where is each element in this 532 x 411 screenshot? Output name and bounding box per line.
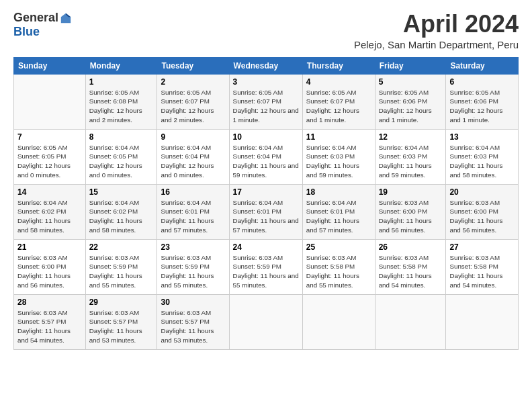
day-number: 22 <box>89 242 154 252</box>
main-title: April 2024 <box>354 11 519 38</box>
calendar-cell: 13Sunrise: 6:04 AM Sunset: 6:03 PM Dayli… <box>446 129 519 184</box>
calendar-cell: 20Sunrise: 6:03 AM Sunset: 6:00 PM Dayli… <box>446 184 519 239</box>
day-number: 30 <box>161 298 225 307</box>
day-detail: Sunrise: 6:04 AM Sunset: 6:01 PM Dayligh… <box>233 198 299 235</box>
calendar-cell: 4Sunrise: 6:05 AM Sunset: 6:07 PM Daylig… <box>302 74 375 129</box>
day-detail: Sunrise: 6:05 AM Sunset: 6:06 PM Dayligh… <box>449 88 515 125</box>
calendar-cell <box>229 294 302 349</box>
day-number: 23 <box>161 242 225 252</box>
calendar-cell: 27Sunrise: 6:03 AM Sunset: 5:58 PM Dayli… <box>446 239 519 294</box>
svg-marker-0 <box>61 13 71 22</box>
logo-blue-text: Blue <box>13 25 40 39</box>
day-detail: Sunrise: 6:04 AM Sunset: 6:01 PM Dayligh… <box>161 198 225 235</box>
day-number: 28 <box>17 298 82 307</box>
day-detail: Sunrise: 6:03 AM Sunset: 5:57 PM Dayligh… <box>89 308 154 345</box>
day-detail: Sunrise: 6:03 AM Sunset: 6:00 PM Dayligh… <box>379 198 443 235</box>
day-detail: Sunrise: 6:04 AM Sunset: 6:02 PM Dayligh… <box>89 198 154 235</box>
calendar-cell: 23Sunrise: 6:03 AM Sunset: 5:59 PM Dayli… <box>157 239 229 294</box>
day-detail: Sunrise: 6:04 AM Sunset: 6:03 PM Dayligh… <box>449 143 515 180</box>
title-block: April 2024 Pelejo, San Martin Department… <box>354 11 519 50</box>
day-detail: Sunrise: 6:03 AM Sunset: 5:58 PM Dayligh… <box>379 253 443 290</box>
day-number: 20 <box>449 187 515 197</box>
day-number: 18 <box>306 187 371 197</box>
day-detail: Sunrise: 6:03 AM Sunset: 5:58 PM Dayligh… <box>306 253 371 290</box>
calendar-cell: 21Sunrise: 6:03 AM Sunset: 6:00 PM Dayli… <box>14 239 86 294</box>
day-number: 17 <box>233 187 299 197</box>
day-header-monday: Monday <box>85 57 157 74</box>
day-header-wednesday: Wednesday <box>229 57 302 74</box>
day-number: 7 <box>17 132 82 142</box>
calendar-cell: 24Sunrise: 6:03 AM Sunset: 5:59 PM Dayli… <box>229 239 302 294</box>
calendar-cell: 25Sunrise: 6:03 AM Sunset: 5:58 PM Dayli… <box>302 239 375 294</box>
day-detail: Sunrise: 6:03 AM Sunset: 6:00 PM Dayligh… <box>449 198 515 235</box>
day-detail: Sunrise: 6:03 AM Sunset: 5:59 PM Dayligh… <box>161 253 225 290</box>
calendar-cell <box>446 294 519 349</box>
day-header-thursday: Thursday <box>302 57 375 74</box>
day-number: 10 <box>233 132 299 142</box>
day-detail: Sunrise: 6:03 AM Sunset: 6:00 PM Dayligh… <box>17 253 82 290</box>
day-detail: Sunrise: 6:03 AM Sunset: 5:59 PM Dayligh… <box>233 253 299 290</box>
calendar-cell: 3Sunrise: 6:05 AM Sunset: 6:07 PM Daylig… <box>229 74 302 129</box>
day-number: 11 <box>306 132 371 142</box>
calendar-cell <box>14 74 86 129</box>
day-number: 12 <box>379 132 443 142</box>
day-header-friday: Friday <box>375 57 446 74</box>
calendar-cell: 19Sunrise: 6:03 AM Sunset: 6:00 PM Dayli… <box>375 184 446 239</box>
calendar-cell: 16Sunrise: 6:04 AM Sunset: 6:01 PM Dayli… <box>157 184 229 239</box>
calendar-cell: 12Sunrise: 6:04 AM Sunset: 6:03 PM Dayli… <box>375 129 446 184</box>
week-row-5: 28Sunrise: 6:03 AM Sunset: 5:57 PM Dayli… <box>14 294 519 349</box>
calendar-cell: 28Sunrise: 6:03 AM Sunset: 5:57 PM Dayli… <box>14 294 86 349</box>
calendar-cell: 29Sunrise: 6:03 AM Sunset: 5:57 PM Dayli… <box>85 294 157 349</box>
day-detail: Sunrise: 6:04 AM Sunset: 6:04 PM Dayligh… <box>161 143 225 180</box>
week-row-3: 14Sunrise: 6:04 AM Sunset: 6:02 PM Dayli… <box>14 184 519 239</box>
day-number: 25 <box>306 242 371 252</box>
day-detail: Sunrise: 6:05 AM Sunset: 6:07 PM Dayligh… <box>161 88 225 125</box>
calendar-cell <box>375 294 446 349</box>
day-number: 27 <box>449 242 515 252</box>
day-detail: Sunrise: 6:03 AM Sunset: 5:58 PM Dayligh… <box>449 253 515 290</box>
week-row-2: 7Sunrise: 6:05 AM Sunset: 6:05 PM Daylig… <box>14 129 519 184</box>
day-detail: Sunrise: 6:03 AM Sunset: 5:57 PM Dayligh… <box>17 308 82 345</box>
calendar-cell: 10Sunrise: 6:04 AM Sunset: 6:04 PM Dayli… <box>229 129 302 184</box>
day-number: 1 <box>89 77 154 87</box>
week-row-1: 1Sunrise: 6:05 AM Sunset: 6:08 PM Daylig… <box>14 74 519 129</box>
calendar-cell: 18Sunrise: 6:04 AM Sunset: 6:01 PM Dayli… <box>302 184 375 239</box>
subtitle: Pelejo, San Martin Department, Peru <box>354 39 519 50</box>
day-detail: Sunrise: 6:04 AM Sunset: 6:04 PM Dayligh… <box>233 143 299 180</box>
calendar-cell: 11Sunrise: 6:04 AM Sunset: 6:03 PM Dayli… <box>302 129 375 184</box>
header: General Blue April 2024 Pelejo, San Mart… <box>13 11 519 50</box>
calendar-cell: 17Sunrise: 6:04 AM Sunset: 6:01 PM Dayli… <box>229 184 302 239</box>
calendar-cell: 30Sunrise: 6:03 AM Sunset: 5:57 PM Dayli… <box>157 294 229 349</box>
day-number: 24 <box>233 242 299 252</box>
day-detail: Sunrise: 6:04 AM Sunset: 6:02 PM Dayligh… <box>17 198 82 235</box>
calendar-cell: 8Sunrise: 6:04 AM Sunset: 6:05 PM Daylig… <box>85 129 157 184</box>
day-detail: Sunrise: 6:03 AM Sunset: 5:59 PM Dayligh… <box>89 253 154 290</box>
day-number: 21 <box>17 242 82 252</box>
day-number: 16 <box>161 187 225 197</box>
day-detail: Sunrise: 6:05 AM Sunset: 6:06 PM Dayligh… <box>379 88 443 125</box>
calendar-cell: 6Sunrise: 6:05 AM Sunset: 6:06 PM Daylig… <box>446 74 519 129</box>
day-detail: Sunrise: 6:03 AM Sunset: 5:57 PM Dayligh… <box>161 308 225 345</box>
calendar-cell: 14Sunrise: 6:04 AM Sunset: 6:02 PM Dayli… <box>14 184 86 239</box>
day-number: 3 <box>233 77 299 87</box>
day-number: 2 <box>161 77 225 87</box>
calendar-cell: 22Sunrise: 6:03 AM Sunset: 5:59 PM Dayli… <box>85 239 157 294</box>
calendar-cell: 2Sunrise: 6:05 AM Sunset: 6:07 PM Daylig… <box>157 74 229 129</box>
day-number: 15 <box>89 187 154 197</box>
day-detail: Sunrise: 6:05 AM Sunset: 6:07 PM Dayligh… <box>306 88 371 125</box>
day-number: 29 <box>89 298 154 307</box>
page: General Blue April 2024 Pelejo, San Mart… <box>0 0 532 411</box>
day-number: 4 <box>306 77 371 87</box>
day-detail: Sunrise: 6:05 AM Sunset: 6:05 PM Dayligh… <box>17 143 82 180</box>
day-number: 14 <box>17 187 82 197</box>
day-number: 13 <box>449 132 515 142</box>
logo: General Blue <box>13 11 72 39</box>
calendar-cell: 1Sunrise: 6:05 AM Sunset: 6:08 PM Daylig… <box>85 74 157 129</box>
day-number: 6 <box>449 77 515 87</box>
day-header-sunday: Sunday <box>14 57 86 74</box>
calendar-cell: 26Sunrise: 6:03 AM Sunset: 5:58 PM Dayli… <box>375 239 446 294</box>
day-header-tuesday: Tuesday <box>157 57 229 74</box>
week-row-4: 21Sunrise: 6:03 AM Sunset: 6:00 PM Dayli… <box>14 239 519 294</box>
day-number: 8 <box>89 132 154 142</box>
day-detail: Sunrise: 6:04 AM Sunset: 6:01 PM Dayligh… <box>306 198 371 235</box>
